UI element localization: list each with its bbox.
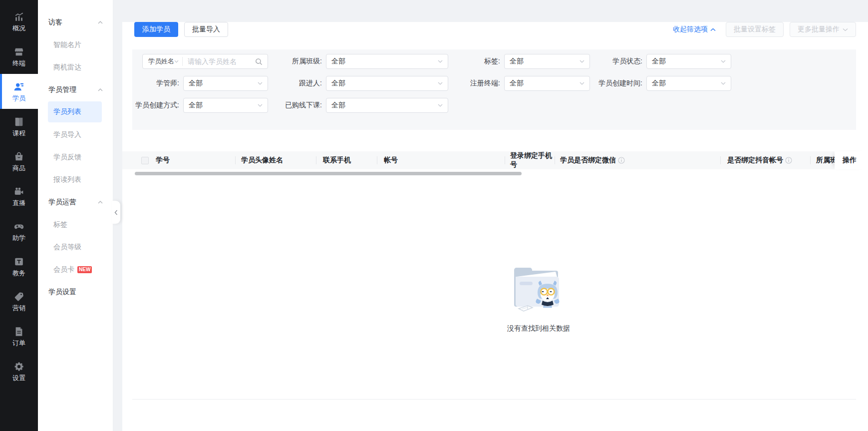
chevron-down-icon [438,60,443,63]
chevron-down-icon [258,104,263,107]
study-aid-icon [13,221,24,232]
group-label: 学员设置 [48,288,76,297]
students-icon [13,81,24,92]
column-header-actions: 操作 [835,151,868,169]
chevron-down-icon [721,82,726,85]
nav-terminal[interactable]: 终端 [0,39,38,74]
sidebar-item-lead-radar[interactable]: 商机雷达 [38,56,113,78]
nav-study-aid[interactable]: 助学 [0,214,38,249]
item-label: 学员列表 [53,107,81,116]
nav-label: 终端 [12,60,25,66]
nav-products[interactable]: 商品 [0,144,38,179]
nav-academic[interactable]: 教务 [0,249,38,284]
tag-select[interactable]: 全部 [504,54,590,69]
nav-orders[interactable]: 订单 [0,319,38,354]
class-select[interactable]: 全部 [326,54,448,69]
orders-icon [13,326,24,337]
sidebar-collapse-toggle[interactable] [112,201,120,224]
name-field-selector[interactable]: 学员姓名 [143,57,183,66]
group-label: 访客 [48,18,62,27]
column-header-login-phone: 登录绑定手机号 [505,151,555,169]
batch-set-tags-button[interactable]: 批量设置标签 [726,22,784,37]
follower-select[interactable]: 全部 [326,76,448,91]
more-batch-ops-button[interactable]: 更多批量操作 [790,22,856,37]
item-label: 报读列表 [53,175,81,184]
item-label: 学员反馈 [53,153,81,162]
sidebar-group-student-settings[interactable]: 学员设置 [38,281,113,303]
chevron-down-icon [174,60,179,63]
register-terminal-select[interactable]: 全部 [504,76,590,91]
collapse-filters-link[interactable]: 收起筛选项 [673,25,716,34]
info-icon[interactable] [785,157,792,164]
select-value: 全部 [510,79,579,88]
scrollbar-thumb[interactable] [135,172,522,175]
nav-live[interactable]: 直播 [0,179,38,214]
academic-icon [13,256,24,267]
column-header-wechat-bound: 学员是否绑定微信 [555,151,720,169]
sidebar-item-student-feedback[interactable]: 学员反馈 [38,146,113,168]
nav-students[interactable]: 学员 [0,74,38,109]
group-label: 学员管理 [48,85,76,94]
info-icon[interactable] [618,157,625,164]
main-area: 添加学员 批量导入 收起筛选项 批量设置标签 更多批量操作 [113,0,868,431]
sidebar-item-enrollment-list[interactable]: 报读列表 [38,168,113,191]
chevron-up-icon [98,21,103,24]
nav-label: 商品 [12,165,25,171]
chevron-down-icon [579,60,584,63]
filter-label: 学管师: [132,79,183,88]
batch-import-button[interactable]: 批量导入 [184,22,228,37]
table-header: 学号 学员头像姓名 联系手机 帐号 登录绑定手机号 学员是否绑定微信 是否绑定抖… [122,151,868,169]
nav-courses[interactable]: 课程 [0,109,38,144]
column-header-student-id: 学号 [150,151,235,169]
app-window: 概况 终端 学员 课程 商品 直播 助学 教务 [0,0,868,431]
nav-marketing[interactable]: 营销 [0,284,38,319]
column-header-account: 帐号 [377,151,505,169]
sidebar-item-smart-card[interactable]: 智能名片 [38,33,113,56]
sidebar-item-tags[interactable]: 标签 [38,213,113,236]
select-all-checkbox[interactable] [141,157,149,164]
nav-overview[interactable]: 概况 [0,4,38,39]
nav-label: 教务 [12,270,25,276]
nav-settings[interactable]: 设置 [0,354,38,389]
select-value: 全部 [331,57,438,66]
content-card: 添加学员 批量导入 收起筛选项 批量设置标签 更多批量操作 [122,22,868,431]
sidebar-group-student-ops[interactable]: 学员运营 [38,191,113,213]
manager-select[interactable]: 全部 [183,76,268,91]
select-value: 全部 [652,79,721,88]
column-header-douyin-bound: 是否绑定抖音帐号 [720,151,810,169]
offline-course-select[interactable]: 全部 [326,98,448,113]
filter-label: 标签: [448,57,504,66]
sidebar-item-member-card[interactable]: 会员卡 NEW [38,258,113,281]
sidebar-group-student-mgmt[interactable]: 学员管理 [38,78,113,101]
courses-icon [13,116,24,127]
create-time-select[interactable]: 全部 [646,76,731,91]
chevron-down-icon [579,82,584,85]
filter-label: 所属班级: [268,57,326,66]
column-header-phone: 联系手机 [316,151,377,169]
nav-label: 设置 [12,375,25,381]
empty-state: 没有查找到相关数据 [429,260,648,333]
toolbar: 添加学员 批量导入 收起筛选项 批量设置标签 更多批量操作 [134,22,856,37]
nav-label: 概况 [12,25,25,31]
nav-label: 直播 [12,200,25,206]
student-name-input[interactable] [183,57,255,65]
status-select[interactable]: 全部 [646,54,731,69]
sidebar-group-visitors[interactable]: 访客 [38,11,113,33]
nav-label: 订单 [12,340,25,346]
empty-folder-illustration [506,260,572,316]
filter-row: 学员创建方式: 全部 已购线下课: 全部 [132,98,856,113]
select-value: 全部 [189,101,258,110]
sidebar-item-student-import[interactable]: 学员导入 [38,123,113,146]
group-label: 学员运营 [48,198,76,207]
filter-label: 学员创建方式: [132,101,183,110]
search-icon[interactable] [255,58,263,65]
create-method-select[interactable]: 全部 [183,98,268,113]
add-student-button[interactable]: 添加学员 [134,22,178,37]
filter-label: 已购线下课: [268,101,326,110]
item-label: 智能名片 [53,40,81,49]
sidebar-item-member-level[interactable]: 会员等级 [38,236,113,258]
column-header-avatar-name: 学员头像姓名 [235,151,316,169]
secondary-sidebar: 访客 智能名片 商机雷达 学员管理 学员列表 学员导入 学员反馈 报读列表 学员… [38,0,113,431]
sidebar-item-student-list[interactable]: 学员列表 [48,101,102,122]
chevron-left-icon [114,210,118,215]
